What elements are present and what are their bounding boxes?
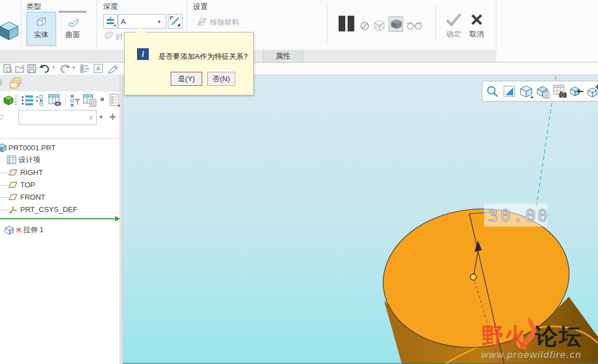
tree-item-pending-extrude[interactable]: 米 拉伸 1: [4, 224, 44, 236]
drag-dots-icon: [15, 95, 17, 105]
cube-arrow-icon: [569, 84, 584, 99]
tree-columns-eye-icon[interactable]: [48, 94, 62, 107]
pause-button[interactable]: [337, 15, 355, 32]
zoom-tool-button[interactable]: [485, 84, 500, 99]
regenerate-icon[interactable]: [80, 64, 90, 73]
datum-plane-icon: [8, 169, 18, 176]
show-green-cube-icon[interactable]: [3, 95, 14, 106]
add-filter-icon[interactable]: +: [109, 110, 116, 125]
collapse-triangle-icon[interactable]: ▽: [0, 113, 3, 121]
undo-icon[interactable]: [39, 64, 50, 73]
redo-icon[interactable]: [60, 64, 71, 73]
feature-relation-prompt: i 是否要添加A作为特征关系? 是(Y) 否(N): [124, 32, 254, 95]
save-icon[interactable]: [27, 64, 36, 73]
open-folder-icon[interactable]: [15, 64, 25, 73]
tree-item-right-plane[interactable]: — RIGHT: [0, 166, 43, 178]
extrude-feature-icon: [0, 19, 20, 42]
tree-item-csys[interactable]: — PRT_CSYS_DEF: [0, 203, 77, 215]
views-cube-icon: [519, 84, 533, 99]
tree-item-front-plane[interactable]: — FRONT: [0, 191, 45, 203]
info-icon: i: [137, 48, 149, 60]
annotations-button[interactable]: [586, 84, 598, 99]
properties-tab-label: 属性: [276, 51, 290, 61]
part-icon: [0, 144, 7, 152]
display-style-button[interactable]: [536, 84, 550, 99]
design-items-icon: [7, 155, 16, 164]
no-button[interactable]: 否(N): [207, 72, 235, 86]
tree-expand-icon[interactable]: [21, 95, 34, 106]
undo-dropdown-icon[interactable]: ▾: [52, 64, 55, 70]
redo-dropdown-icon[interactable]: ▾: [72, 64, 75, 70]
tree-root-label: PRT0001.PRT: [8, 144, 56, 152]
verify-glasses-icon[interactable]: [407, 21, 422, 30]
pause-icon: [339, 16, 345, 31]
annotation-a-icon[interactable]: A: [94, 64, 103, 73]
display-style-icon: [536, 84, 550, 99]
flip-direction-button[interactable]: [168, 14, 182, 29]
navigator-panel: » ▽ × ▾ + PRT0001.: [0, 75, 120, 364]
graphics-area[interactable]: 30.00: [123, 75, 598, 364]
flip-arrows-icon: [170, 16, 181, 27]
surface-type-button[interactable]: 曲面: [58, 12, 88, 46]
cube-plus-icon: [586, 84, 598, 99]
tree-search-box: ×: [19, 110, 97, 125]
blind-depth-icon: [105, 16, 116, 27]
tree-options-doc-icon[interactable]: [109, 94, 120, 107]
remove-material-label: 移除材料: [210, 17, 239, 27]
depth-option-button[interactable]: [103, 14, 118, 29]
wireframe-preview-icon[interactable]: [372, 19, 386, 33]
dialog-message: 是否要添加A作为特征关系?: [158, 52, 248, 62]
ribbon-dashboard: 类型 实体 曲面 深度: [0, 0, 598, 50]
tree-item-top-plane[interactable]: — TOP: [0, 178, 35, 191]
appearance-pencil-icon[interactable]: [107, 64, 120, 73]
yes-button[interactable]: 是(Y): [171, 72, 202, 86]
clear-search-icon[interactable]: ×: [86, 113, 96, 122]
ok-button[interactable]: 确定: [442, 12, 465, 39]
tab-properties[interactable]: 属性: [263, 50, 303, 62]
tree-item-label: 拉伸 1: [23, 225, 44, 235]
perspective-button[interactable]: [553, 84, 567, 99]
named-views-button[interactable]: [519, 84, 533, 99]
cancel-label: 取消: [465, 29, 489, 39]
tree-root-row[interactable]: PRT0001.PRT: [0, 141, 56, 154]
datum-plane-icon: [8, 193, 18, 201]
remove-material-icon: [197, 17, 208, 27]
settings-group-label: 设置: [193, 2, 208, 12]
cancel-button[interactable]: 取消: [465, 12, 489, 39]
depth-dropdown-arrow-icon[interactable]: ▾: [158, 19, 161, 25]
extrude-cube-icon: [4, 225, 15, 235]
tree-item-design-items[interactable]: 设计项: [7, 154, 40, 166]
watermark-brand: 野火: [481, 321, 527, 352]
solid-type-button[interactable]: 实体: [26, 12, 56, 46]
table-camera-icon: [553, 84, 567, 99]
no-preview-icon[interactable]: [360, 21, 369, 31]
tree-clipboard-icon[interactable]: [83, 94, 97, 107]
tree-search-input[interactable]: [19, 113, 86, 122]
csys-icon: [8, 205, 18, 214]
depth-value-input[interactable]: [118, 17, 158, 26]
type-group-label: 类型: [26, 2, 41, 12]
insert-indicator-line[interactable]: [0, 218, 115, 219]
section-view-button[interactable]: [569, 84, 584, 99]
tree-search-row: ▽ × ▾ +: [0, 110, 120, 139]
quick-access-toolbar: ▾ ▾ A: [0, 63, 598, 75]
model-tree-toolbar: »: [0, 91, 120, 110]
search-dropdown-icon[interactable]: ▾: [99, 113, 103, 121]
depth-group-label: 深度: [103, 2, 118, 12]
tree-filter-icon[interactable]: [70, 94, 81, 107]
yes-button-label: 是(Y): [178, 74, 195, 84]
clipped-edge-icon: [0, 79, 2, 86]
view-changes-icon[interactable]: [3, 64, 13, 73]
graphics-view-toolbar: [482, 81, 598, 102]
model-tree-folders-icon[interactable]: [8, 77, 23, 90]
no-button-label: 否(N): [212, 74, 230, 84]
surface-icon: [67, 16, 79, 28]
capped-ends-icon: [104, 31, 113, 39]
shaded-preview-icon: [390, 17, 403, 31]
attached-preview-toggle[interactable]: [389, 16, 403, 32]
watermark-suffix: 论坛: [535, 321, 582, 352]
tree-settings-icon[interactable]: [36, 95, 46, 106]
solid-cube-icon: [35, 16, 48, 28]
refit-button[interactable]: [502, 84, 517, 99]
toolbar-overflow-chevrons[interactable]: »: [100, 94, 104, 103]
